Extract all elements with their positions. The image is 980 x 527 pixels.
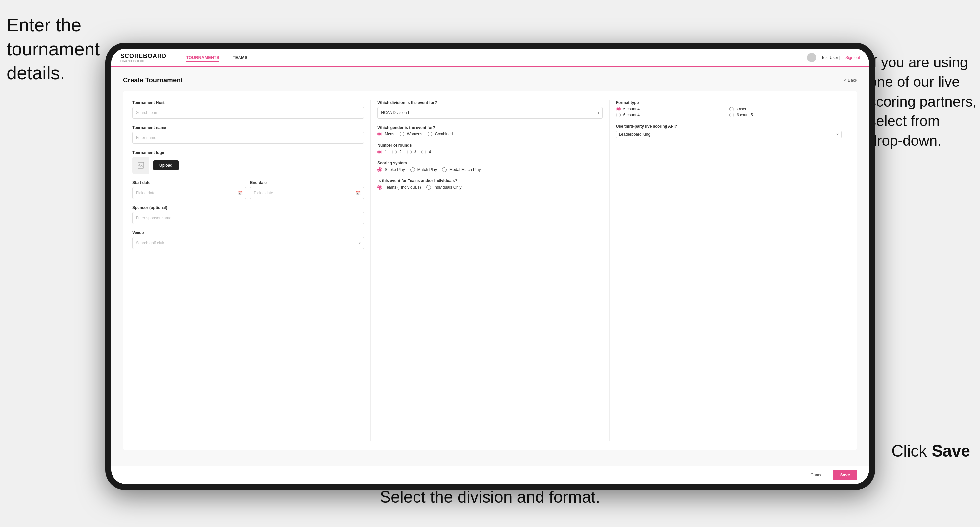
- end-date-label: End date: [250, 181, 364, 185]
- logo-upload-area: Upload: [132, 157, 364, 174]
- header-right: Test User | Sign out: [807, 53, 860, 62]
- app-header: SCOREBOARD Powered by clippi TOURNAMENTS…: [111, 49, 869, 67]
- tournament-logo-label: Tournament logo: [132, 150, 364, 155]
- venue-wrapper: ▾: [132, 237, 364, 249]
- format-type-label: Format type: [616, 100, 842, 105]
- gender-womens-row: Womens: [400, 132, 422, 137]
- format-5count4-row: 5 count 4: [616, 107, 728, 111]
- round-1-row: 1: [377, 149, 387, 154]
- third-party-input[interactable]: Leaderboard King ×: [616, 130, 842, 138]
- format-6count5-label: 6 count 5: [737, 113, 752, 117]
- round-4-row: 4: [422, 149, 431, 154]
- gender-label: Which gender is the event for?: [377, 125, 602, 130]
- round-2-radio[interactable]: [392, 149, 397, 154]
- teams-row: Teams (+Individuals): [377, 185, 421, 190]
- event-type-radio-group: Teams (+Individuals) Individuals Only: [377, 185, 602, 190]
- back-link[interactable]: < Back: [844, 78, 857, 83]
- individuals-radio[interactable]: [426, 185, 431, 190]
- tournament-name-input[interactable]: [132, 132, 364, 144]
- format-other-row: Other: [729, 107, 842, 111]
- third-party-value: Leaderboard King: [619, 132, 651, 137]
- third-party-chip: Leaderboard King: [619, 132, 651, 137]
- match-play-row: Match Play: [410, 167, 437, 172]
- stroke-play-radio[interactable]: [377, 167, 382, 172]
- nav-tournaments[interactable]: TOURNAMENTS: [186, 54, 220, 62]
- logo-sub: Powered by clippi: [120, 59, 167, 62]
- save-button[interactable]: Save: [833, 470, 857, 480]
- gender-combined-radio[interactable]: [428, 132, 432, 137]
- remove-third-party-button[interactable]: ×: [836, 132, 838, 137]
- date-group: Start date 📅 End date: [132, 181, 364, 199]
- gender-mens-radio[interactable]: [377, 132, 382, 137]
- venue-input[interactable]: [132, 237, 364, 249]
- format-6count4-radio[interactable]: [616, 113, 621, 117]
- event-type-label: Is this event for Teams and/or Individua…: [377, 178, 602, 183]
- form-col-3: Format type 5 count 4 Other: [609, 100, 848, 441]
- annotation-bottom-right: Click Save: [891, 441, 970, 462]
- logo-placeholder: [132, 157, 150, 174]
- third-party-label: Use third-party live scoring API?: [616, 124, 842, 129]
- form-col-1: Tournament Host Tournament name Tourname…: [132, 100, 371, 441]
- tablet-device: SCOREBOARD Powered by clippi TOURNAMENTS…: [105, 43, 875, 490]
- end-date-group: End date 📅: [250, 181, 364, 199]
- sponsor-group: Sponsor (optional): [132, 205, 364, 224]
- third-party-group: Use third-party live scoring API? Leader…: [616, 124, 842, 138]
- form-container: Tournament Host Tournament name Tourname…: [123, 91, 857, 450]
- round-1-radio[interactable]: [377, 149, 382, 154]
- gender-mens-label: Mens: [385, 132, 394, 137]
- division-select-wrapper: NCAA Division I ▾: [377, 107, 602, 119]
- sponsor-label: Sponsor (optional): [132, 205, 364, 210]
- page-header: Create Tournament < Back: [123, 76, 857, 84]
- round-4-radio[interactable]: [422, 149, 426, 154]
- svg-point-5: [139, 164, 140, 165]
- cancel-button[interactable]: Cancel: [805, 470, 829, 480]
- round-3-row: 3: [407, 149, 417, 154]
- gender-mens-row: Mens: [377, 132, 394, 137]
- sign-out-link[interactable]: Sign out: [845, 55, 860, 60]
- end-date-input[interactable]: [250, 187, 364, 199]
- stroke-play-row: Stroke Play: [377, 167, 405, 172]
- round-3-radio[interactable]: [407, 149, 412, 154]
- search-team-input[interactable]: [132, 107, 364, 119]
- individuals-label: Individuals Only: [434, 185, 461, 190]
- rounds-group: Number of rounds 1 2: [377, 143, 602, 154]
- event-type-group: Is this event for Teams and/or Individua…: [377, 178, 602, 190]
- format-5count4-radio[interactable]: [616, 107, 621, 111]
- start-date-input[interactable]: [132, 187, 246, 199]
- tournament-host-group: Tournament Host: [132, 100, 364, 119]
- division-select[interactable]: NCAA Division I: [377, 107, 602, 119]
- tournament-name-group: Tournament name: [132, 125, 364, 144]
- format-6count5-row: 6 count 5: [729, 113, 842, 117]
- form-col-2: Which division is the event for? NCAA Di…: [371, 100, 609, 441]
- match-play-radio[interactable]: [410, 167, 415, 172]
- round-2-label: 2: [399, 149, 402, 154]
- end-date-wrapper: 📅: [250, 187, 364, 199]
- medal-match-play-row: Medal Match Play: [442, 167, 480, 172]
- tournament-host-label: Tournament Host: [132, 100, 364, 105]
- division-label: Which division is the event for?: [377, 100, 602, 105]
- scoring-label: Scoring system: [377, 161, 602, 165]
- sponsor-input[interactable]: [132, 212, 364, 224]
- scoring-group: Scoring system Stroke Play Match Play: [377, 161, 602, 172]
- round-3-label: 3: [414, 149, 417, 154]
- user-avatar: [807, 53, 816, 62]
- format-6count5-radio[interactable]: [729, 113, 734, 117]
- format-other-radio[interactable]: [729, 107, 734, 111]
- gender-womens-radio[interactable]: [400, 132, 404, 137]
- round-1-label: 1: [385, 149, 387, 154]
- upload-button[interactable]: Upload: [153, 160, 179, 170]
- scoring-radio-group: Stroke Play Match Play Medal Match Play: [377, 167, 602, 172]
- teams-radio[interactable]: [377, 185, 382, 190]
- annotation-top-left: Enter the tournament details.: [6, 13, 100, 85]
- round-4-label: 4: [429, 149, 431, 154]
- form-footer: Cancel Save: [111, 465, 869, 484]
- image-icon: [137, 162, 145, 169]
- rounds-label: Number of rounds: [377, 143, 602, 148]
- nav-teams[interactable]: TEAMS: [232, 54, 248, 62]
- date-row: Start date 📅 End date: [132, 181, 364, 199]
- medal-match-play-radio[interactable]: [442, 167, 447, 172]
- logo-area: SCOREBOARD Powered by clippi: [120, 52, 167, 62]
- format-type-group: Format type 5 count 4 Other: [616, 100, 842, 117]
- start-date-group: Start date 📅: [132, 181, 246, 199]
- gender-womens-label: Womens: [407, 132, 422, 137]
